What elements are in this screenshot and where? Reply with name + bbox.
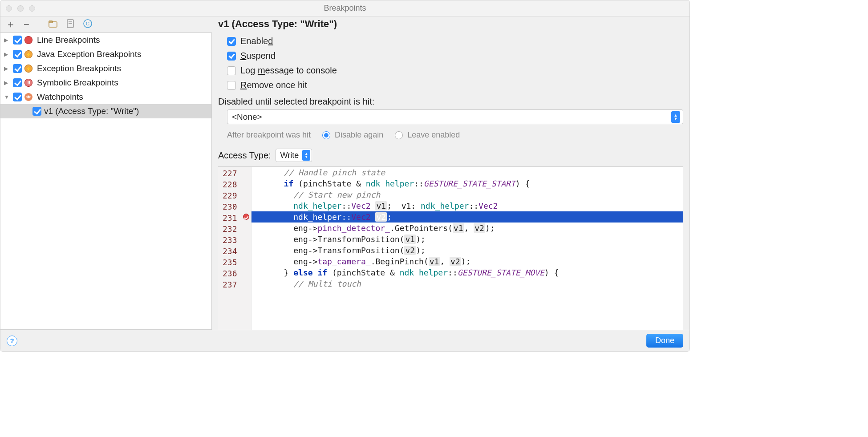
line-number-gutter: 227228229230231232233234235236237	[218, 167, 242, 330]
list-toolbar: ＋ − C	[0, 16, 212, 32]
disabled-until-label: Disabled until selected breakpoint is hi…	[218, 97, 683, 107]
breakpoint-list-panel: ＋ − C ▶	[0, 16, 212, 330]
log-message-label: Log message to console	[240, 65, 337, 76]
line-breakpoint-icon	[24, 36, 32, 44]
suspend-label: Suspend	[240, 51, 276, 61]
group-by-package-icon[interactable]	[48, 19, 58, 30]
tree-label: v1 (Access Type: "Write")	[44, 106, 139, 116]
checkbox[interactable]	[32, 107, 41, 116]
access-type-label: Access Type:	[218, 150, 271, 161]
watchpoint-icon: 👁	[24, 93, 32, 101]
tree-label: Java Exception Breakpoints	[37, 49, 141, 59]
picker-arrows-icon: ▲▼	[302, 150, 310, 161]
dialog-footer: ? Done	[0, 330, 690, 351]
group-by-file-icon[interactable]	[66, 19, 75, 31]
remove-once-hit-label: Remove once hit	[240, 80, 307, 90]
tree-category-line[interactable]: ▶ Line Breakpoints	[0, 33, 211, 47]
disabled-until-picker[interactable]: <None> ▲▼	[227, 109, 683, 124]
tree-item-watchpoint-v1[interactable]: v1 (Access Type: "Write")	[0, 104, 211, 118]
radio-disable-again[interactable]: Disable again	[322, 130, 383, 140]
group-by-class-icon[interactable]: C	[83, 19, 93, 31]
disclosure-icon[interactable]: ▶	[4, 80, 10, 86]
picker-arrows-icon: ▲▼	[671, 111, 680, 123]
tree-category-java-exception[interactable]: ▶ ⚡ Java Exception Breakpoints	[0, 47, 211, 61]
tree-category-exception[interactable]: ▶ ⚡ Exception Breakpoints	[0, 61, 211, 76]
access-type-value: Write	[280, 151, 299, 160]
window-title: Breakpoints	[0, 4, 690, 13]
traffic-lights	[0, 5, 35, 12]
after-hit-label: After breakpoint was hit	[227, 130, 311, 140]
tree-label: Symbolic Breakpoints	[37, 78, 118, 88]
disclosure-icon[interactable]: ▶	[4, 65, 10, 72]
breakpoints-window: Breakpoints ＋ − C	[0, 0, 690, 352]
tree-category-watchpoints[interactable]: ▼ 👁 Watchpoints	[0, 90, 211, 104]
checkbox[interactable]	[13, 36, 22, 45]
code-preview: 227228229230231232233234235236237 // Han…	[218, 166, 683, 330]
close-window-icon[interactable]	[6, 5, 12, 12]
checkbox[interactable]	[13, 78, 22, 87]
tree-label: Line Breakpoints	[37, 35, 100, 45]
symbolic-breakpoint-icon: ⠿	[24, 79, 32, 87]
picker-value: <None>	[232, 112, 262, 122]
code-lines[interactable]: // Handle pinch state if (pinchState & n…	[251, 167, 683, 330]
disclosure-icon[interactable]: ▶	[4, 51, 10, 57]
exception-icon: ⚡	[24, 65, 32, 73]
checkbox[interactable]	[13, 64, 22, 73]
add-breakpoint-button[interactable]: ＋	[6, 20, 16, 29]
enabled-label: Enabled	[240, 36, 273, 46]
checkbox[interactable]	[13, 93, 22, 101]
tree-category-symbolic[interactable]: ▶ ⠿ Symbolic Breakpoints	[0, 76, 211, 90]
access-type-picker[interactable]: Write ▲▼	[276, 149, 312, 162]
tree-label: Watchpoints	[37, 92, 83, 102]
disclosure-icon[interactable]: ▼	[4, 94, 10, 100]
breakpoint-tree[interactable]: ▶ Line Breakpoints ▶ ⚡ Java Exception Br…	[0, 32, 212, 330]
radio-leave-enabled[interactable]: Leave enabled	[395, 130, 460, 140]
java-exception-icon: ⚡	[24, 50, 32, 58]
marker-gutter[interactable]	[242, 167, 251, 330]
log-message-checkbox[interactable]: Log message to console	[227, 65, 683, 76]
help-button[interactable]: ?	[7, 336, 17, 346]
zoom-window-icon[interactable]	[29, 5, 35, 12]
remove-breakpoint-button[interactable]: −	[24, 20, 29, 29]
svg-text:C: C	[86, 21, 89, 26]
checkbox[interactable]	[13, 50, 22, 59]
disclosure-icon[interactable]: ▶	[4, 37, 10, 43]
checkbox-icon	[227, 52, 236, 61]
after-hit-row: After breakpoint was hit Disable again L…	[227, 130, 683, 140]
tree-label: Exception Breakpoints	[37, 64, 121, 73]
minimize-window-icon[interactable]	[17, 5, 24, 12]
remove-once-hit-checkbox[interactable]: Remove once hit	[227, 80, 683, 90]
suspend-checkbox[interactable]: Suspend	[227, 51, 683, 61]
checkbox-icon	[227, 81, 236, 90]
checkbox-icon	[227, 37, 236, 46]
detail-panel: v1 (Access Type: "Write") Enabled Suspen…	[212, 16, 690, 330]
radio-icon	[395, 131, 403, 139]
titlebar: Breakpoints	[0, 0, 690, 16]
radio-icon	[322, 131, 330, 139]
enabled-checkbox[interactable]: Enabled	[227, 36, 683, 46]
checkbox-icon	[227, 66, 236, 75]
done-button[interactable]: Done	[646, 334, 683, 348]
detail-title: v1 (Access Type: "Write")	[218, 18, 683, 30]
